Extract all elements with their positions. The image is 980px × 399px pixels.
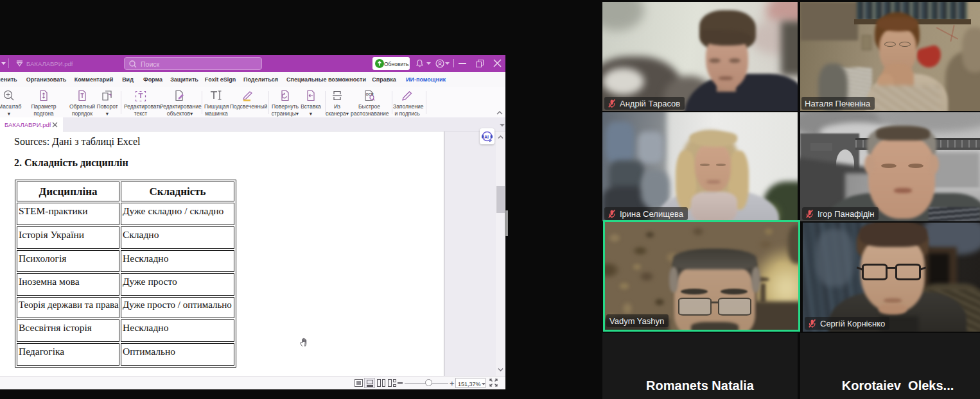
svg-text:AI: AI [484,135,489,139]
